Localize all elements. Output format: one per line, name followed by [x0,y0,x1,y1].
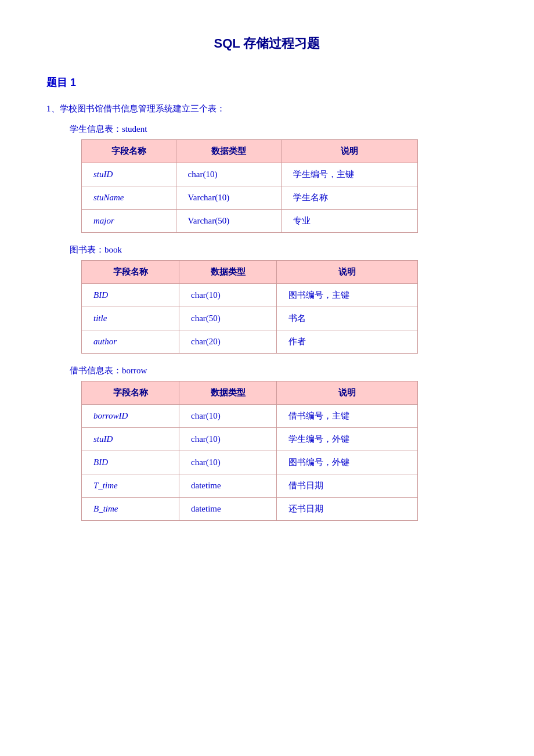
table-label-student: 学生信息表：student [70,124,488,135]
table-row: stuName Varchar(10) 学生名称 [82,186,418,210]
table-row: stuID char(10) 学生编号，外键 [82,428,418,451]
table-borrow: 字段名称 数据类型 说明 borrowID char(10) 借书编号，主键 s… [81,381,418,521]
table-book-header-row: 字段名称 数据类型 说明 [82,261,418,284]
tables-container: 学生信息表：student 字段名称 数据类型 说明 stuID char(10… [46,124,488,521]
cell: char(50) [179,307,277,330]
table-label-book: 图书表：book [70,244,488,255]
col-header-field-2: 字段名称 [82,261,179,284]
table-row: stuID char(10) 学生编号，主键 [82,163,418,186]
cell: major [82,210,176,233]
cell: title [82,307,179,330]
table-row: BID char(10) 图书编号，外键 [82,451,418,474]
cell: B_time [82,498,179,521]
col-header-type-1: 数据类型 [176,140,281,163]
table-borrow-wrapper: 字段名称 数据类型 说明 borrowID char(10) 借书编号，主键 s… [81,381,488,521]
table-student: 字段名称 数据类型 说明 stuID char(10) 学生编号，主键 stuN… [81,139,418,233]
table-label-borrow: 借书信息表：borrow [70,365,488,376]
col-header-desc-1: 说明 [281,140,417,163]
cell: 书名 [277,307,418,330]
cell: char(10) [179,405,277,428]
cell: 还书日期 [277,498,418,521]
cell: 图书编号，主键 [277,284,418,307]
cell: char(10) [179,428,277,451]
cell: borrowID [82,405,179,428]
section-heading-1: 题目 1 [46,75,488,89]
col-header-field-3: 字段名称 [82,381,179,405]
cell: author [82,330,179,354]
table-student-wrapper: 字段名称 数据类型 说明 stuID char(10) 学生编号，主键 stuN… [81,139,488,233]
table-row: B_time datetime 还书日期 [82,498,418,521]
cell: Varchar(10) [176,186,281,210]
table-row: BID char(10) 图书编号，主键 [82,284,418,307]
table-borrow-header-row: 字段名称 数据类型 说明 [82,381,418,405]
cell: char(10) [179,451,277,474]
cell: BID [82,451,179,474]
cell: char(10) [176,163,281,186]
cell: 借书编号，主键 [277,405,418,428]
table-row: author char(20) 作者 [82,330,418,354]
col-header-type-3: 数据类型 [179,381,277,405]
cell: 学生编号，主键 [281,163,417,186]
cell: 学生名称 [281,186,417,210]
cell: 图书编号，外键 [277,451,418,474]
col-header-desc-2: 说明 [277,261,418,284]
table-book-wrapper: 字段名称 数据类型 说明 BID char(10) 图书编号，主键 title … [81,260,488,354]
cell: char(10) [179,284,277,307]
cell: datetime [179,498,277,521]
cell: stuID [82,428,179,451]
cell: 作者 [277,330,418,354]
cell: datetime [179,474,277,498]
cell: char(20) [179,330,277,354]
table-row: major Varchar(50) 专业 [82,210,418,233]
cell: stuID [82,163,176,186]
table-row: T_time datetime 借书日期 [82,474,418,498]
intro-text: 1、学校图书馆借书信息管理系统建立三个表： [46,103,488,114]
cell: 专业 [281,210,417,233]
cell: 借书日期 [277,474,418,498]
table-book: 字段名称 数据类型 说明 BID char(10) 图书编号，主键 title … [81,260,418,354]
table-student-header-row: 字段名称 数据类型 说明 [82,140,418,163]
cell: BID [82,284,179,307]
col-header-type-2: 数据类型 [179,261,277,284]
table-row: title char(50) 书名 [82,307,418,330]
cell: T_time [82,474,179,498]
cell: Varchar(50) [176,210,281,233]
col-header-field-1: 字段名称 [82,140,176,163]
page-title: SQL 存储过程习题 [46,35,488,52]
cell: 学生编号，外键 [277,428,418,451]
table-row: borrowID char(10) 借书编号，主键 [82,405,418,428]
cell: stuName [82,186,176,210]
col-header-desc-3: 说明 [277,381,418,405]
